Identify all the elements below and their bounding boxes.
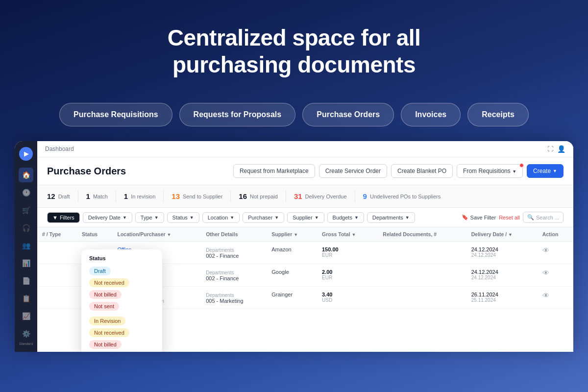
search-box[interactable]: 🔍 Search ... [523,212,564,223]
sidebar-icon-settings[interactable]: ⚙️ [19,326,33,341]
status-badge-not-received-2[interactable]: Not received [89,328,129,337]
filter-chip-status[interactable]: Status ▼ [167,212,199,223]
nav-pill-invoices[interactable]: Invoices [401,103,461,126]
create-service-order-button[interactable]: Create Service Order [319,164,387,178]
cell-type-1 [37,264,77,287]
nav-pill-requests-for-proposals[interactable]: Requests for Proposals [179,103,296,126]
sidebar-icon-chart[interactable]: 📊 [19,256,33,270]
chip-chevron: ▼ [154,215,159,220]
topbar-expand-icon[interactable]: ⛶ [547,146,553,152]
filter-chip-location[interactable]: Location ▼ [202,212,240,223]
cell-other-2: Departments 005 - Marketing [201,287,267,309]
status-badge-in-revision[interactable]: In Revision [89,317,125,325]
col-action: Action [538,227,573,242]
sidebar-icon-clock[interactable]: 🕐 [19,185,33,200]
stat-overdue-num: 31 [294,192,302,200]
table-header-row: # / Type Status Location/Purchaser ▼ Oth… [37,227,573,242]
action-icon-1[interactable]: 👁 [542,269,549,277]
filter-bar: ▼ Filters Delivery Date ▼ Type ▼ Status … [37,208,573,227]
chip-chevron: ▼ [354,215,359,220]
sidebar-icon-list[interactable]: 📋 [19,291,33,306]
status-badge-not-billed-1[interactable]: Not billed [89,290,122,299]
sidebar-icon-document[interactable]: 📄 [19,273,33,288]
col-delivery-date[interactable]: Delivery Date / ▼ [466,227,538,242]
cell-action-1[interactable]: 👁 [538,264,573,287]
cell-other-0: Departments 002 - Finance [201,242,267,264]
stat-revision-label: In revision [131,194,155,199]
sidebar-icon-cart[interactable]: 🛒 [19,203,33,218]
chip-chevron: ▼ [190,215,194,220]
filter-chip-departments[interactable]: Departments ▼ [367,212,415,223]
stat-undelivered-label: Undelivered POs to Suppliers [370,194,441,199]
sidebar-icon-trending[interactable]: 📈 [19,309,33,323]
status-popup-title: Status [87,255,156,261]
filter-chip-delivery-date[interactable]: Delivery Date ▼ [83,212,132,223]
nav-pill-purchase-requisitions[interactable]: Purchase Requisitions [59,103,172,126]
topbar-title: Dashboard [45,146,74,152]
bookmark-icon: 🔖 [462,214,468,220]
col-other-details: Other Details [201,227,267,242]
hero-title: Centralized space for all purchasing doc… [10,24,578,78]
nav-pill-purchase-orders[interactable]: Purchase Orders [302,103,394,126]
action-icon-2[interactable]: 👁 [542,292,549,299]
status-badge-not-sent[interactable]: Not sent [89,302,119,311]
col-status[interactable]: Status [77,227,112,242]
filter-chip-budgets[interactable]: Budgets ▼ [327,212,364,223]
stat-match[interactable]: 1 Match [78,190,116,202]
stat-not-prepaid[interactable]: 16 Not prepaid [231,190,286,202]
sidebar-icon-home[interactable]: 🏠 [19,168,33,182]
stat-undelivered[interactable]: 9 Undelivered POs to Suppliers [355,190,449,202]
cell-related-1 [378,264,466,287]
filter-icon: ▼ [52,215,58,220]
col-gross-total[interactable]: Gross Total ▼ [317,227,378,242]
sidebar-label-standard: Standard [19,342,33,345]
cell-other-1: Departments 002 - Finance [201,264,267,287]
status-badge-not-billed-2[interactable]: Not billed [89,340,122,349]
chip-chevron: ▼ [122,215,127,220]
nav-pill-receipts[interactable]: Receipts [467,103,529,126]
chip-chevron: ▼ [274,215,279,220]
create-button[interactable]: Create ▼ [527,164,564,178]
status-popup: Status Draft Not received Not billed Not… [81,249,162,352]
filter-chip-supplier[interactable]: Supplier ▼ [287,212,324,223]
stat-send-num: 13 [172,192,180,200]
topbar-user-icon[interactable]: 👤 [557,145,565,153]
stat-send-label: Send to Supplier [183,194,222,199]
sidebar-icon-headset[interactable]: 🎧 [19,220,33,235]
hero-section: Centralized space for all purchasing doc… [0,0,588,98]
col-location[interactable]: Location/Purchaser ▼ [113,227,201,242]
cell-date-1: 24.12.2024 24.12.2024 [466,264,538,287]
cell-type-2 [37,287,77,309]
stat-match-label: Match [93,194,108,199]
filters-button[interactable]: ▼ Filters [47,212,80,223]
request-marketplace-button[interactable]: Request from Marketplace [233,164,315,178]
col-type: # / Type [37,227,77,242]
cell-action-0[interactable]: 👁 [538,242,573,264]
cell-action-2[interactable]: 👁 [538,287,573,309]
filter-chip-purchaser[interactable]: Purchaser ▼ [243,212,284,223]
status-badge-not-received-1[interactable]: Not received [89,278,129,287]
sidebar-logo[interactable]: ▶ [19,147,33,161]
action-icon-0[interactable]: 👁 [542,246,549,254]
stat-draft[interactable]: 12 Draft [47,190,78,202]
save-filter-button[interactable]: 🔖 Save Filter [462,214,496,220]
stat-overdue-label: Delivery Overdue [305,194,347,199]
stat-in-revision[interactable]: 1 In revision [116,190,164,202]
stat-draft-label: Draft [58,194,70,199]
cell-date-0: 24.12.2024 24.12.2024 [466,242,538,264]
stat-send-supplier[interactable]: 13 Send to Supplier [164,190,231,202]
create-blanket-po-button[interactable]: Create Blanket PO [391,164,453,178]
chip-chevron: ▼ [230,215,234,220]
topbar: Dashboard ⛶ 👤 [37,141,573,157]
stat-delivery-overdue[interactable]: 31 Delivery Overdue [286,190,355,202]
stat-prepaid-label: Not prepaid [250,194,278,199]
chip-chevron: ▼ [315,215,319,220]
col-supplier[interactable]: Supplier ▼ [267,227,317,242]
reset-all-button[interactable]: Reset all [499,215,520,220]
filter-chip-type[interactable]: Type ▼ [135,212,164,223]
page-title: Purchase Orders [47,166,126,177]
sidebar-icon-users[interactable]: 👥 [19,238,33,253]
status-badge-draft[interactable]: Draft [89,267,111,275]
from-requisitions-button[interactable]: From Requisitions ▼ [457,164,523,178]
stats-row: 12 Draft 1 Match 1 In revision 13 Send t… [37,185,573,208]
